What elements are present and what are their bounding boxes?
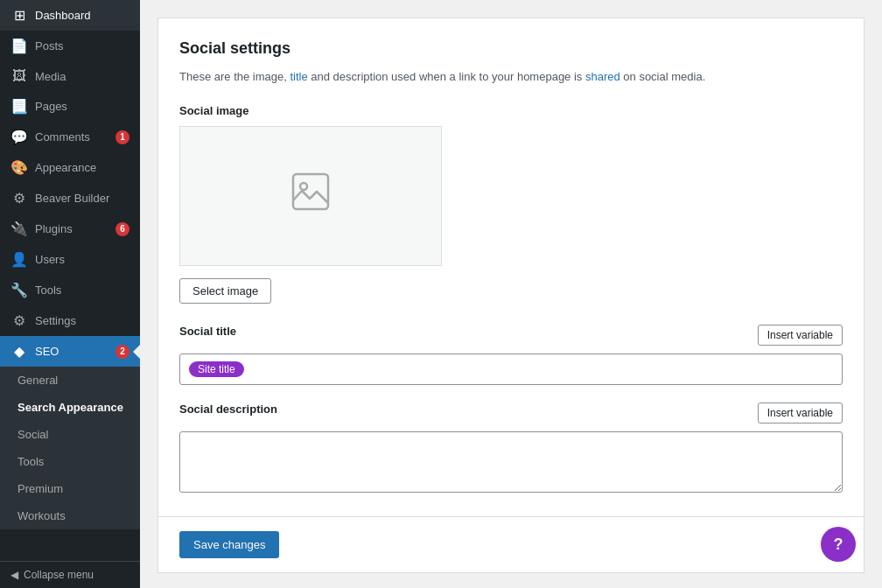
submenu-tools-label: Tools — [18, 455, 44, 468]
submenu-social-label: Social — [18, 428, 48, 441]
users-icon: 👤 — [10, 251, 28, 268]
submenu-general[interactable]: General — [0, 367, 140, 394]
appearance-icon: 🎨 — [10, 159, 28, 176]
sidebar-item-posts[interactable]: 📄 Posts — [0, 31, 140, 61]
section-desc: These are the image, title and descripti… — [179, 68, 843, 87]
social-settings-panel: Social settings These are the image, tit… — [158, 18, 864, 517]
sidebar-item-label: SEO — [35, 345, 59, 358]
plugins-badge: 6 — [116, 222, 130, 236]
submenu-premium[interactable]: Premium — [0, 475, 140, 502]
select-image-button[interactable]: Select image — [179, 278, 271, 304]
save-panel: Save changes — [158, 517, 864, 573]
social-desc-row: Social description Insert variable — [179, 402, 843, 424]
submenu-premium-label: Premium — [18, 482, 63, 495]
sidebar-item-label: Plugins — [35, 222, 73, 235]
sidebar-item-seo[interactable]: ◆ SEO 2 — [0, 336, 140, 367]
sidebar-item-comments[interactable]: 💬 Comments 1 — [0, 122, 140, 152]
desc-text-1: These are the image, — [179, 70, 290, 83]
collapse-menu-label: Collapse menu — [24, 569, 94, 581]
seo-arrow — [133, 345, 140, 359]
sidebar-item-label: Comments — [35, 130, 90, 144]
dashboard-icon: ⊞ — [10, 7, 28, 24]
seo-submenu: General Search Appearance Social Tools P… — [0, 367, 140, 529]
sidebar-item-pages[interactable]: 📃 Pages — [0, 91, 140, 122]
save-changes-button[interactable]: Save changes — [179, 531, 279, 558]
tools-icon: 🔧 — [10, 282, 28, 298]
sidebar-item-appearance[interactable]: 🎨 Appearance — [0, 152, 140, 183]
main-content: Social settings These are the image, tit… — [140, 0, 882, 588]
social-image-label: Social image — [179, 104, 843, 117]
pages-icon: 📃 — [10, 98, 28, 115]
sidebar-item-label: Beaver Builder — [35, 192, 109, 205]
media-icon: 🖼 — [10, 68, 28, 84]
desc-text-2: and description used when a link to your… — [308, 70, 585, 83]
sidebar: ⊞ Dashboard 📄 Posts 🖼 Media 📃 Pages 💬 Co… — [0, 0, 140, 588]
social-desc-label: Social description — [179, 402, 277, 416]
sidebar-item-beaver-builder[interactable]: ⚙ Beaver Builder — [0, 183, 140, 214]
sidebar-item-plugins[interactable]: 🔌 Plugins 6 — [0, 214, 140, 244]
sidebar-item-label: Settings — [35, 314, 76, 327]
insert-variable-button-2[interactable]: Insert variable — [758, 402, 843, 424]
seo-badge: 2 — [116, 345, 130, 359]
section-title: Social settings — [179, 39, 843, 58]
desc-highlight2: shared — [585, 70, 620, 83]
sidebar-item-label: Dashboard — [35, 9, 91, 22]
submenu-search-appearance[interactable]: Search Appearance — [0, 394, 140, 421]
submenu-workouts[interactable]: Workouts — [0, 502, 140, 529]
svg-point-1 — [300, 183, 307, 190]
help-button[interactable]: ? — [821, 527, 856, 562]
sidebar-item-users[interactable]: 👤 Users — [0, 244, 140, 275]
submenu-search-appearance-label: Search Appearance — [18, 401, 123, 414]
desc-text-3: on social media. — [620, 70, 706, 83]
site-title-tag: Site title — [189, 361, 244, 377]
image-placeholder-icon — [289, 170, 332, 221]
collapse-arrow-icon: ◀ — [10, 569, 18, 581]
sidebar-item-tools[interactable]: 🔧 Tools — [0, 275, 140, 305]
social-title-label: Social title — [179, 325, 236, 338]
sidebar-item-label: Pages — [35, 100, 67, 113]
submenu-workouts-label: Workouts — [18, 509, 66, 522]
sidebar-item-dashboard[interactable]: ⊞ Dashboard — [0, 0, 140, 31]
posts-icon: 📄 — [10, 38, 28, 54]
sidebar-item-settings[interactable]: ⚙ Settings — [0, 305, 140, 336]
desc-highlight: title — [290, 70, 307, 83]
settings-icon: ⚙ — [10, 312, 28, 329]
sidebar-item-label: Tools — [35, 284, 61, 297]
insert-variable-button-1[interactable]: Insert variable — [758, 325, 843, 346]
sidebar-item-label: Users — [35, 253, 65, 266]
beaver-builder-icon: ⚙ — [10, 190, 28, 206]
help-icon: ? — [834, 536, 844, 554]
collapse-menu[interactable]: ◀ Collapse menu — [0, 561, 140, 588]
social-image-box — [179, 126, 442, 266]
seo-icon: ◆ — [10, 343, 28, 360]
submenu-general-label: General — [18, 374, 58, 387]
sidebar-item-label: Posts — [35, 39, 64, 52]
submenu-tools[interactable]: Tools — [0, 448, 140, 475]
submenu-social[interactable]: Social — [0, 421, 140, 448]
svg-rect-0 — [293, 174, 328, 209]
social-title-row: Social title Insert variable — [179, 325, 843, 346]
sidebar-item-media[interactable]: 🖼 Media — [0, 61, 140, 91]
social-desc-textarea[interactable] — [179, 431, 843, 493]
sidebar-item-label: Media — [35, 70, 66, 83]
plugins-icon: 🔌 — [10, 220, 28, 237]
social-title-input[interactable]: Site title — [179, 354, 843, 385]
comments-badge: 1 — [116, 130, 130, 144]
sidebar-item-label: Appearance — [35, 161, 96, 174]
comments-icon: 💬 — [10, 129, 28, 145]
